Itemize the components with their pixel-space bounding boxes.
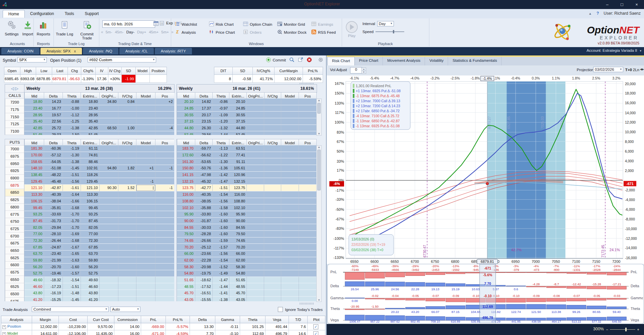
window-toggle-risk-chart[interactable]: Risk Chart — [209, 21, 242, 28]
projection-lines[interactable]: 2Ln — [633, 68, 639, 72]
chain-row[interactable]: 129.45-45.48-1.56129.45-1 — [24, 178, 174, 185]
chain-column-header[interactable]: Delta — [195, 93, 213, 99]
window-toggle-monitor-grid[interactable]: Monitor Grid — [277, 21, 310, 28]
chain-column-header[interactable]: IVChg — [264, 139, 281, 146]
chain-column-header[interactable]: Pos — [155, 93, 175, 99]
menu-support[interactable]: Support — [79, 10, 104, 18]
collapse-ribbon-icon[interactable]: ▲ — [588, 12, 592, 15]
strike-7200[interactable]: 7200 — [5, 99, 24, 106]
chain-column-header[interactable]: Extrins... — [81, 93, 100, 99]
chain-column-header[interactable]: IVChg — [118, 93, 136, 99]
projection-mode[interactable]: T+0 — [625, 68, 632, 72]
chain-row[interactable]: 56.20-20.70-1.6056.20 — [24, 264, 174, 270]
search-icon[interactable] — [289, 57, 295, 63]
chain-row[interactable]: 181.30-60.36-1.1961.11 — [24, 145, 174, 152]
speed-slider[interactable] — [375, 30, 404, 33]
chain-column-header[interactable]: Pos — [299, 139, 316, 146]
chain-column-header[interactable]: Extrin... — [229, 139, 247, 146]
chain-row[interactable]: 84.55-30.03-1.6084.55 — [177, 224, 317, 231]
chain-row[interactable]: 116.00-40.35-1.54116.00 — [177, 191, 317, 198]
chain-column-header[interactable]: Delta — [44, 93, 63, 99]
strike-6625[interactable]: 6625 — [5, 254, 24, 262]
maximize-button[interactable]: □ — [615, 0, 629, 9]
chain-column-header[interactable]: Pos — [155, 139, 175, 146]
chain-row[interactable]: 54.80-19.75-1.4954.80 — [177, 270, 317, 277]
chain-row[interactable]: 48.55-17.52-1.4448.55 — [177, 283, 317, 290]
strike-7125[interactable]: 7125 — [5, 121, 24, 128]
chain-row[interactable]: 52.75-19.46-1.5752.75 — [24, 270, 174, 277]
chain-row[interactable]: 24.8517.37-0.9724.85 — [177, 105, 317, 112]
analysis-row-model[interactable]: +Model14,611.00-12,106.0011,435.0016.00-… — [1, 330, 325, 335]
chain-column-header[interactable]: Mid — [177, 93, 195, 99]
chain-row[interactable]: 30.5520.17-1.0930.55 — [177, 112, 317, 118]
chain-row[interactable]: 183.70-59.77-1.1363.51 — [177, 145, 317, 152]
strike-6475[interactable]: 6475 — [5, 298, 24, 301]
analysis-mode-select[interactable]: Combined▾ — [32, 307, 109, 312]
chain-row[interactable]: 113.30-40.39-1.64113.30 — [24, 191, 174, 198]
chain-column-header[interactable]: Extrins... — [81, 139, 100, 146]
chain-row[interactable]: 93.25-33.69-1.7093.25 — [24, 211, 174, 217]
tab-analysis-rty[interactable]: Analysis: /RTY — [155, 48, 192, 54]
trade-log-button[interactable]: Trade Log — [55, 20, 74, 39]
chain-column-header[interactable]: OrigPri... — [100, 93, 118, 99]
strike-6675[interactable]: 6675 — [5, 239, 24, 247]
chain-row[interactable]: 49.60-18.32-1.5449.60 — [24, 277, 174, 283]
chain-column-header[interactable]: Mid — [177, 139, 195, 146]
chain-row[interactable]: 106.15-38.04-1.66106.15 — [24, 198, 174, 204]
window-toggle-price-chart[interactable]: Price Chart — [209, 29, 242, 36]
chain-column-header[interactable]: IVChg — [264, 93, 281, 99]
chain-row[interactable]: 172.60-56.62-1.2277.41 — [177, 152, 317, 158]
strike-6975[interactable]: 6975 — [5, 153, 24, 160]
strike-6925[interactable]: 6925 — [5, 167, 24, 175]
strike-6875[interactable]: 6875 — [5, 182, 24, 189]
chain-row[interactable]: 43.80-16.19-1.4843.80 — [24, 290, 174, 297]
expiration-header-1[interactable]: Weekly13 mar. 26 (38)16.29% — [24, 84, 175, 93]
trading-date-input[interactable] — [102, 20, 155, 28]
chain-column-header[interactable]: Model — [136, 139, 155, 146]
calls-scrollbar[interactable]: ▲▼ — [316, 99, 322, 136]
strike-6500[interactable]: 6500 — [5, 290, 24, 298]
menu-configuration[interactable]: Configuration — [25, 10, 59, 18]
strike-6600[interactable]: 6600 — [5, 262, 24, 269]
auto-select[interactable]: Auto▾ — [110, 307, 140, 312]
chain-row[interactable]: 42.8525.72-1.3842.8568.501.00-4 — [24, 125, 174, 131]
window-toggle-rss-feed[interactable]: RSS Feed — [311, 29, 344, 36]
step-45m+[interactable]: 45m+ — [149, 30, 158, 34]
chain-row[interactable]: 44.8026.30-1.3244.80 — [177, 125, 317, 131]
chain-column-header[interactable]: Delta — [195, 139, 213, 146]
tab-analysis-nq[interactable]: Analysis: /NQ — [83, 48, 118, 54]
menu-home[interactable]: Home — [3, 10, 25, 18]
chain-column-header[interactable]: Model — [136, 93, 155, 99]
interval-select[interactable]: Day▾ — [377, 21, 394, 26]
chain-column-header[interactable]: Mid — [25, 93, 44, 99]
plot-checkbox[interactable]: ✓ — [313, 324, 318, 329]
chain-row[interactable]: 150.80-50.76-1.36105.61 — [177, 165, 317, 172]
commit-button[interactable]: Commit — [266, 57, 286, 63]
rewind-icon[interactable]: « — [101, 30, 103, 34]
commit-trade-button[interactable]: Commit Trade — [76, 20, 98, 39]
tab-statistics-fundamentals[interactable]: Statistics & Fundamentals — [448, 57, 502, 65]
strike-6750[interactable]: 6750 — [5, 218, 24, 225]
strike-7150[interactable]: 7150 — [5, 113, 24, 121]
chain-row[interactable]: 20.1014.82-0.8620.10 — [177, 99, 317, 105]
chain-row[interactable]: 138.45-48.22-1.51118.26 — [24, 171, 174, 178]
strike-7175[interactable]: 7175 — [5, 106, 24, 113]
tab-analysis-spx[interactable]: Analysis: SPXx — [40, 48, 82, 54]
window-toggle-monitor-dock[interactable]: Monitor Dock — [277, 29, 310, 36]
chain-column-header[interactable]: Pos — [299, 93, 316, 99]
close-button[interactable]: × — [629, 0, 644, 9]
chain-row[interactable]: 37.1523.15-1.2037.15 — [177, 118, 317, 125]
splitter-handle[interactable] — [300, 303, 314, 305]
chain-row[interactable]: 108.80-38.05-1.56108.80 — [177, 198, 317, 204]
chain-row[interactable]: 28.9519.57-1.1228.95 — [24, 112, 174, 118]
symbol-select[interactable]: SPX▾ — [17, 57, 47, 62]
strike-7100[interactable]: 7100 — [5, 128, 24, 135]
chain-row[interactable]: 35.4022.56-1.2535.40 — [24, 118, 174, 125]
chain-row[interactable]: 123.75-42.77-1.51123.75 — [177, 185, 317, 191]
strike-6950[interactable]: 6950 — [5, 160, 24, 167]
zoom-slider[interactable]: −+ — [606, 327, 639, 331]
chain-row[interactable]: 67.85-24.87-1.6767.85 — [24, 244, 174, 250]
menu-tools[interactable]: Tools — [59, 10, 79, 18]
chain-row[interactable]: 99.45-35.81-1.6899.45 — [24, 204, 174, 211]
expiration-header-2[interactable]: Weekly16 mar. 26 (41)18.61% — [177, 84, 317, 93]
